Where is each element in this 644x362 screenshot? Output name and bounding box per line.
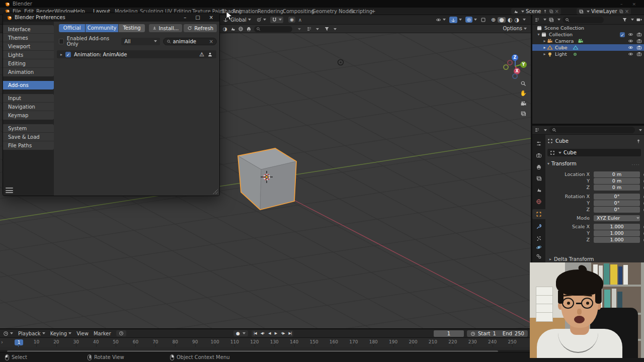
warning-icon[interactable]: ⚠ [199,51,204,58]
display-mode-dropdown[interactable] [534,17,540,23]
pin-icon[interactable] [636,139,641,144]
addon-row-animaide[interactable]: ▸ ✓ Animation: AnimAide ⚠ [57,50,216,58]
os-window-controls[interactable]: – × [620,2,640,7]
tab-view-layer[interactable] [532,173,545,184]
funnel-filter-icon[interactable] [324,26,330,32]
rotation-y-field[interactable]: 0° [594,200,640,206]
workspace-tab-rendering[interactable]: Rendering [258,9,283,14]
expand-arrow-icon[interactable]: ▸ [60,52,62,57]
render-camera-icon[interactable] [636,38,642,44]
location-z-field[interactable]: 0 m [594,185,640,191]
gizmo-minus-y[interactable] [507,60,513,65]
properties-options-dropdown[interactable] [639,129,642,131]
outliner-row-collection[interactable]: ▾ Collection ✓ [532,31,644,38]
panel-grip-icon[interactable]: ···· [631,162,640,167]
playback-menu[interactable]: Playback [18,331,45,336]
hide-eye-icon[interactable] [628,45,633,50]
pin-icon[interactable] [543,9,547,14]
camera-view-icon[interactable] [519,100,527,108]
zoom-tool-icon[interactable] [519,79,527,87]
keying-menu[interactable]: Keying [50,331,72,336]
category-dropdown[interactable]: All [121,38,159,45]
copy-icon[interactable] [549,9,553,14]
sidebar-item-lights[interactable]: Lights [3,51,54,59]
install-button[interactable]: Install... [149,24,182,32]
tab-tool[interactable] [532,139,545,149]
xray-toggle[interactable] [480,17,486,23]
workspace-tab-geometry-nodes[interactable]: Geometry Nodes [312,9,354,14]
tool-mode-icon-a[interactable]: ◑ [223,26,227,32]
collection-checkbox[interactable]: ✓ [620,32,625,37]
sidebar-item-interface[interactable]: Interface [3,25,54,34]
sidebar-item-editing[interactable]: Editing [3,59,54,68]
location-x-field[interactable]: 0 m [594,171,640,177]
tab-object[interactable] [532,209,545,219]
cube-object[interactable] [238,148,296,210]
jump-to-end-button[interactable]: ▶| [287,330,294,337]
addon-enabled-checkbox[interactable]: ✓ [65,52,71,57]
delta-transform-section[interactable]: ▸Delta Transform [549,256,594,262]
close-icon[interactable]: × [625,9,629,14]
tab-scene[interactable] [532,185,545,195]
scene-selector[interactable]: Scene × [511,8,561,15]
frame-range-fields[interactable]: Start 1 End 250 [467,330,528,337]
tab-render[interactable] [532,150,545,160]
tab-constraints[interactable] [532,251,545,261]
addon-search-input[interactable] [173,39,207,44]
sidebar-item-addons[interactable]: Add-ons [3,81,54,89]
view-menu[interactable]: View [76,331,89,336]
display-filter-icon[interactable] [306,26,312,32]
play-button[interactable]: ▶ [273,330,279,337]
tool-mode-icon-b[interactable] [230,26,235,32]
editor-type-dropdown[interactable] [3,331,13,336]
new-collection-icon[interactable] [636,17,642,23]
location-y-field[interactable]: 0 m [594,178,640,184]
tab-modifiers[interactable] [532,222,545,232]
hamburger-menu-icon[interactable] [6,188,13,193]
refresh-button[interactable]: Refresh [184,24,217,32]
outliner-search-input[interactable] [562,17,604,23]
shading-material-icon[interactable]: ◐ [508,17,513,23]
close-icon[interactable]: × [555,9,559,14]
world-icon[interactable] [238,26,244,32]
gizmos-toggle[interactable] [449,17,462,23]
preview-range-toggle[interactable] [116,330,126,336]
properties-search-input[interactable] [549,127,635,133]
sidebar-item-keymap[interactable]: Keymap [3,111,54,120]
render-camera-icon[interactable] [636,45,642,50]
expand-arrow-icon[interactable]: ▾ [536,32,541,37]
sidebar-item-save-load[interactable]: Save & Load [3,133,54,141]
minimize-button[interactable]: – [184,15,186,20]
sidebar-item-input[interactable]: Input [3,94,54,103]
gizmo-z-axis[interactable]: Z [512,54,518,61]
expand-arrow-icon[interactable]: ▸ [542,39,547,43]
sidebar-item-file-paths[interactable]: File Paths [3,141,54,150]
proportional-falloff-icon[interactable]: ∧ [298,17,302,23]
sidebar-item-system[interactable]: System [3,124,54,133]
properties-display-dropdown[interactable] [534,127,540,133]
collapsed-dropdown[interactable] [298,28,301,30]
auto-keying-toggle[interactable]: ● [233,330,248,336]
outliner-row-scene-collection[interactable]: Scene Collection [532,25,644,31]
render-camera-icon[interactable] [636,32,642,37]
filter-funnel-icon[interactable] [622,17,627,23]
light-object[interactable] [338,60,344,65]
shading-dropdown[interactable] [523,19,526,21]
options-dropdown[interactable]: Options [503,26,527,31]
pan-hand-icon[interactable]: ✋ [519,89,527,98]
next-keyframe-button[interactable]: •▶ [279,330,287,337]
perspective-toggle-icon[interactable] [519,110,527,118]
gizmo-minus-z[interactable] [512,73,518,79]
rotation-x-field[interactable]: 0° [594,194,640,200]
hide-eye-icon[interactable] [628,32,633,37]
gizmo-y-axis[interactable]: Y [520,61,527,68]
marker-menu[interactable]: Marker [94,331,111,336]
close-button[interactable]: × [209,15,213,20]
outliner-row-cube[interactable]: ▸ Cube [532,44,644,51]
tab-output[interactable] [532,162,545,172]
transform-section-header[interactable]: ▾ Transform [547,161,577,166]
clear-search-icon[interactable]: × [209,39,213,44]
tab-testing[interactable]: Testing [119,24,145,32]
object-visibility-dropdown[interactable] [436,17,446,23]
workspace-tab-compositing[interactable]: Compositing [283,9,314,14]
